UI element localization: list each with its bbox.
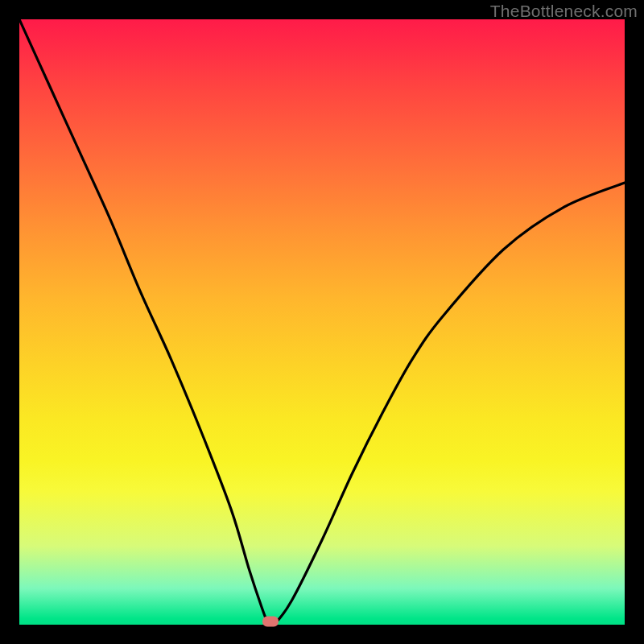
curve-svg xyxy=(19,19,625,625)
watermark-text: TheBottleneck.com xyxy=(490,2,638,21)
chart-plot-area xyxy=(19,19,625,625)
optimum-marker xyxy=(262,617,279,627)
bottleneck-curve xyxy=(19,19,625,625)
chart-frame: TheBottleneck.com xyxy=(0,0,644,644)
